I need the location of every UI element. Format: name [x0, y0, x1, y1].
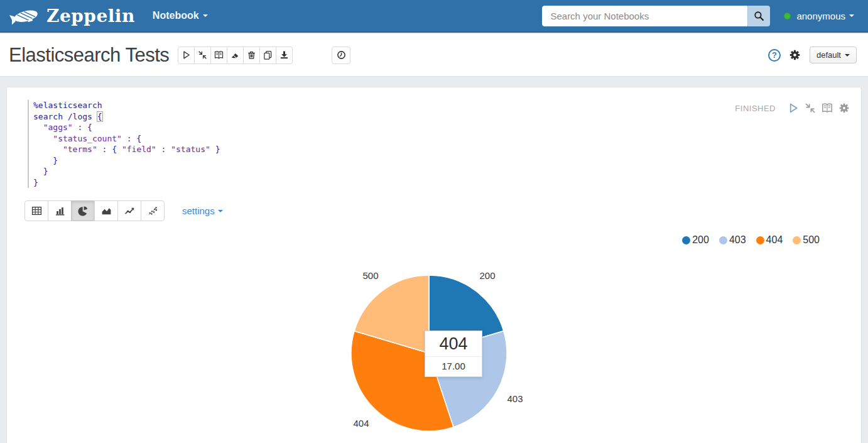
book-button[interactable] [210, 46, 227, 64]
user-menu[interactable]: anonymous [784, 11, 854, 21]
code-line: } [33, 166, 220, 177]
chevron-down-icon [849, 14, 854, 17]
chart-type-area-button[interactable] [94, 200, 118, 221]
code-line: "status_count" : { [33, 133, 220, 145]
legend-dot-icon [756, 236, 764, 244]
chart-legend: 200403404500 [672, 234, 820, 246]
interpreter-binding-button[interactable]: default [810, 46, 857, 63]
slice-label-200: 200 [479, 270, 495, 281]
compress-icon [198, 50, 207, 60]
slice-label-403: 403 [507, 393, 523, 404]
brand-title: Zeppelin [46, 6, 135, 26]
scatter-chart-icon [148, 205, 158, 216]
play-icon [182, 50, 191, 60]
legend-dot-icon [719, 236, 727, 244]
chart-tooltip: 404 17.00 [425, 331, 482, 377]
slice-label-404: 404 [353, 418, 369, 429]
paragraph-play-button[interactable] [788, 102, 799, 114]
gear-icon [838, 102, 850, 114]
zeppelin-app: Zeppelin Notebook anonymous [0, 0, 868, 443]
code-editor[interactable]: %elasticsearchsearch /logs { "aggs" : { … [28, 100, 220, 188]
code-line: %elasticsearch [33, 100, 220, 111]
paragraph-book-button[interactable] [822, 102, 833, 114]
code-line: search /logs { [33, 111, 220, 123]
search-icon [754, 11, 764, 21]
legend-dot-icon [682, 236, 690, 244]
chevron-down-icon [203, 14, 208, 17]
slice-label-500: 500 [362, 270, 378, 281]
trash-icon [247, 50, 256, 60]
play-button[interactable] [178, 46, 195, 64]
note-title[interactable]: Elasticsearch Tests [9, 44, 169, 67]
legend-item-403[interactable]: 403 [719, 234, 746, 246]
book-icon [214, 50, 224, 60]
chart-type-line-button[interactable] [117, 200, 141, 221]
legend-dot-icon [793, 236, 801, 244]
username: anonymous [796, 11, 845, 21]
clone-icon [263, 50, 273, 60]
chart-type-scatter-button[interactable] [141, 200, 165, 221]
chevron-down-icon [845, 54, 850, 57]
download-icon [279, 50, 289, 60]
table-chart-icon [31, 205, 42, 216]
code-line: } [33, 155, 220, 167]
note-config-button[interactable] [789, 49, 801, 61]
eraser-button[interactable] [227, 46, 244, 64]
paragraph-controls: FINISHED [735, 102, 850, 114]
chart-type-table-button[interactable] [24, 200, 48, 221]
chart-type-bar-button[interactable] [48, 200, 72, 221]
zeppelin-logo-icon [9, 5, 41, 26]
pie-chart-icon [78, 205, 89, 216]
note-title-bar: Elasticsearch Tests ? [0, 34, 868, 77]
connection-status-icon [784, 13, 791, 19]
note-toolbar [178, 46, 293, 64]
paragraph-gear-button[interactable] [838, 102, 850, 114]
tooltip-key: 404 [425, 331, 482, 357]
notebook-menu[interactable]: Notebook [153, 10, 208, 21]
legend-item-404[interactable]: 404 [756, 234, 783, 246]
chart-type-pie-button[interactable] [71, 200, 95, 221]
visualization-toolbar: settings [24, 200, 223, 221]
help-button[interactable]: ? [768, 49, 781, 62]
top-navbar: Zeppelin Notebook anonymous [0, 0, 868, 33]
line-chart-icon [124, 205, 135, 216]
search-button[interactable] [747, 6, 770, 26]
chevron-down-icon [218, 210, 223, 212]
book-icon [822, 102, 833, 114]
gear-icon [790, 50, 800, 60]
zeppelin-brand-link[interactable]: Zeppelin [9, 5, 135, 26]
legend-item-200[interactable]: 200 [682, 234, 709, 246]
trash-button[interactable] [243, 46, 260, 64]
play-icon [788, 102, 799, 114]
pie-chart-output: 200403404500 200403404500 404 17.00 [7, 224, 862, 443]
paragraph-status-badge: FINISHED [735, 104, 776, 113]
settings-toggle[interactable]: settings [182, 205, 223, 216]
download-button[interactable] [276, 46, 293, 64]
code-line: "aggs" : { [33, 122, 220, 133]
clock-icon [337, 50, 346, 60]
eraser-icon [231, 50, 240, 60]
paragraph-card: FINISHED %elasticsearchsearch /logs { "a… [6, 87, 862, 443]
scheduler-button[interactable] [332, 46, 350, 64]
notebook-search [542, 6, 770, 26]
compress-button[interactable] [194, 46, 211, 64]
clone-button[interactable] [259, 46, 276, 64]
code-line: "terms" : { "field" : "status" } [33, 144, 220, 155]
bar-chart-icon [55, 205, 65, 216]
legend-item-500[interactable]: 500 [793, 234, 820, 246]
tooltip-value: 17.00 [425, 357, 482, 376]
note-content-area: FINISHED %elasticsearchsearch /logs { "a… [0, 77, 868, 443]
paragraph-compress-button[interactable] [805, 102, 816, 114]
question-icon: ? [772, 50, 777, 60]
search-input[interactable] [542, 6, 747, 26]
area-chart-icon [101, 205, 112, 216]
compress-icon [805, 102, 816, 114]
code-line: } [33, 177, 220, 189]
